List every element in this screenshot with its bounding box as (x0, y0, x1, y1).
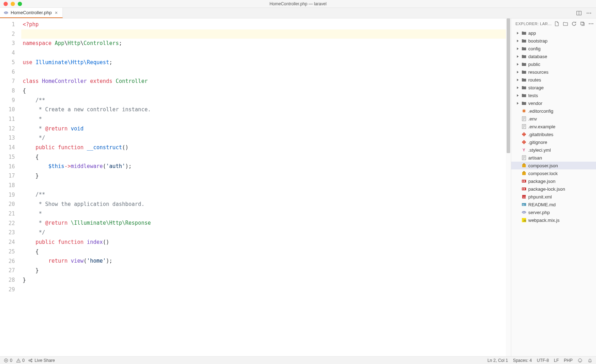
file-name: .env (528, 116, 537, 122)
file-item[interactable]: phpserver.php (511, 208, 596, 216)
code-line[interactable]: /** (21, 190, 506, 200)
folder-item[interactable]: public (511, 60, 596, 68)
line-number: 19 (0, 190, 21, 200)
folder-item[interactable]: resources (511, 68, 596, 76)
file-item[interactable]: .env.example (511, 123, 596, 130)
svg-rect-7 (581, 22, 584, 25)
refresh-button[interactable] (571, 21, 577, 27)
folder-item[interactable]: tests (511, 91, 596, 99)
svg-rect-30 (522, 172, 526, 175)
scrollbar-thumb[interactable] (507, 18, 510, 153)
code-line[interactable]: { (21, 152, 506, 162)
file-item[interactable]: .editorconfig (511, 107, 596, 115)
vertical-scrollbar[interactable] (506, 18, 511, 356)
file-item[interactable]: composer.json (511, 162, 596, 169)
indentation-status[interactable]: Spaces: 4 (513, 358, 532, 363)
errors-status[interactable]: 0 (4, 358, 12, 363)
svg-rect-33 (523, 180, 523, 182)
collapse-all-button[interactable] (580, 21, 585, 27)
tab-homecontroller[interactable]: php HomeController.php × (0, 8, 63, 18)
code-line[interactable]: $this->middleware('auth'); (21, 162, 506, 171)
file-item[interactable]: package-lock.json (511, 185, 596, 193)
code-line[interactable]: * @return \Illuminate\Http\Response (21, 218, 506, 228)
file-item[interactable]: Y.styleci.yml (511, 146, 596, 154)
notifications-button[interactable] (587, 358, 592, 363)
code-line[interactable]: { (21, 86, 506, 96)
code-line[interactable]: use Illuminate\Http\Request; (21, 58, 506, 67)
code-line[interactable]: * @return void (21, 124, 506, 134)
folder-icon (521, 85, 527, 90)
code-line[interactable] (21, 181, 506, 190)
file-item[interactable]: .gitignore (511, 138, 596, 146)
new-file-button[interactable] (554, 21, 560, 27)
line-number: 5 (0, 58, 21, 67)
code-line[interactable]: * Create a new controller instance. (21, 105, 506, 114)
cursor-position-status[interactable]: Ln 2, Col 1 (487, 358, 508, 363)
code-line[interactable]: * (21, 114, 506, 124)
file-name: .editorconfig (528, 108, 553, 114)
code-line[interactable] (21, 67, 506, 77)
eol-status[interactable]: LF (554, 358, 559, 363)
more-actions-button[interactable] (586, 10, 592, 16)
live-share-status[interactable]: Live Share (28, 358, 55, 363)
code-line[interactable]: */ (21, 133, 506, 143)
code-line[interactable]: * Show the application dashboard. (21, 200, 506, 209)
code-line[interactable]: namespace App\Http\Controllers; (21, 39, 506, 48)
maximize-window-button[interactable] (18, 2, 22, 6)
tab-close-button[interactable]: × (54, 10, 59, 15)
split-editor-button[interactable] (576, 10, 582, 16)
svg-point-9 (591, 23, 592, 24)
warnings-status[interactable]: 0 (16, 358, 25, 363)
new-folder-button[interactable] (563, 21, 568, 27)
chevron-right-icon (516, 86, 520, 89)
feedback-button[interactable] (578, 358, 583, 363)
minimize-window-button[interactable] (11, 2, 15, 6)
folder-item[interactable]: config (511, 45, 596, 52)
code-line[interactable]: class HomeController extends Controller (21, 77, 506, 86)
folder-item[interactable]: app (511, 29, 596, 37)
explorer-more-button[interactable] (588, 21, 594, 27)
code-line[interactable]: * (21, 209, 506, 219)
editor-pane[interactable]: 1234567891011121314151617181920212223242… (0, 18, 511, 356)
code-line[interactable]: /** (21, 96, 506, 105)
line-number: 3 (0, 39, 21, 48)
close-window-button[interactable] (4, 2, 8, 6)
svg-text:M↓: M↓ (523, 204, 525, 206)
file-item[interactable]: composer.lock (511, 169, 596, 177)
window-controls (0, 2, 22, 6)
folder-icon (521, 62, 527, 67)
folder-item[interactable]: routes (511, 76, 596, 84)
folder-item[interactable]: vendor (511, 99, 596, 107)
folder-item[interactable]: database (511, 52, 596, 60)
code-line[interactable] (21, 48, 506, 58)
code-line[interactable]: { (21, 247, 506, 257)
encoding-status[interactable]: UTF-8 (537, 358, 549, 363)
file-item[interactable]: xmlphpunit.xml (511, 193, 596, 201)
code-line[interactable] (21, 29, 506, 39)
code-line[interactable]: */ (21, 228, 506, 237)
file-name: bootstrap (528, 38, 547, 44)
code-line[interactable]: <?php (21, 20, 506, 29)
folder-item[interactable]: storage (511, 84, 596, 91)
code-line[interactable]: public function __construct() (21, 143, 506, 152)
file-item[interactable]: .gitattributes (511, 130, 596, 138)
svg-point-19 (524, 133, 524, 134)
file-item[interactable]: artisan (511, 154, 596, 162)
file-item[interactable]: .env (511, 115, 596, 123)
code-line[interactable]: } (21, 275, 506, 285)
file-item[interactable]: JSwebpack.mix.js (511, 216, 596, 224)
file-item[interactable]: M↓README.md (511, 201, 596, 208)
language-status[interactable]: PHP (564, 358, 573, 363)
xml-icon: xml (521, 194, 527, 199)
code-editor[interactable]: <?phpnamespace App\Http\Controllers;use … (21, 18, 506, 356)
file-item[interactable]: package.json (511, 177, 596, 185)
text-icon (521, 124, 527, 129)
code-line[interactable]: public function index() (21, 237, 506, 247)
svg-rect-29 (523, 163, 525, 164)
folder-item[interactable]: bootstrap (511, 37, 596, 45)
code-line[interactable]: } (21, 171, 506, 181)
code-line[interactable]: } (21, 266, 506, 275)
code-line[interactable] (21, 285, 506, 294)
svg-rect-34 (524, 180, 525, 182)
code-line[interactable]: return view('home'); (21, 256, 506, 266)
